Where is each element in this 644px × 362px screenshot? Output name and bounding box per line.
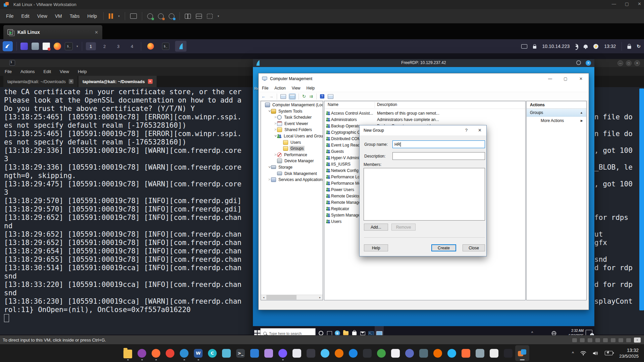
export-list-icon[interactable]: ⇉ xyxy=(309,94,313,99)
open-window-terminal-icon[interactable]: $_ xyxy=(160,41,171,52)
computer-management-taskbar-icon[interactable] xyxy=(375,326,384,335)
network-globe-icon[interactable] xyxy=(550,329,557,335)
menu-view[interactable]: View xyxy=(36,13,49,19)
cortana-icon[interactable] xyxy=(317,329,325,335)
scroll-left-icon[interactable]: ◂ xyxy=(261,295,266,300)
start-button[interactable] xyxy=(107,345,121,361)
display-settings-icon[interactable] xyxy=(521,44,527,49)
firefox-launcher-icon[interactable] xyxy=(54,43,61,50)
tree-item[interactable]: >Local Users and Groups xyxy=(274,133,323,139)
help-button[interactable]: Help xyxy=(364,244,388,251)
tree-item[interactable]: Device Manager xyxy=(274,158,315,164)
terminal-tab-2[interactable]: tapiwamla@kali: ~/Downloads ✕ xyxy=(78,76,157,87)
terminal-menu-actions[interactable]: Actions xyxy=(20,69,35,74)
vmware-workstation[interactable] xyxy=(515,345,529,361)
terminal-maximize-icon[interactable]: ▢ xyxy=(626,60,632,66)
members-listbox[interactable] xyxy=(364,168,485,221)
vpn-ip-address[interactable]: 10.10.14.223 xyxy=(542,44,570,49)
host-volume-icon[interactable] xyxy=(593,351,598,356)
file-manager-icon[interactable] xyxy=(32,43,39,50)
pinned-app-16[interactable] xyxy=(318,345,332,361)
description-input[interactable] xyxy=(392,152,485,160)
edge[interactable] xyxy=(177,345,191,361)
cm-menu-file[interactable]: File xyxy=(262,86,268,90)
terminal-menu-edit[interactable]: Edit xyxy=(44,69,51,74)
printer-icon[interactable] xyxy=(619,338,623,342)
tree-horizontal-scrollbar[interactable]: ◂ ▸ xyxy=(261,295,323,300)
logout-icon[interactable]: ↻ xyxy=(637,44,641,49)
terminal-minimize-icon[interactable]: — xyxy=(618,60,623,66)
suspend-vm-button[interactable] xyxy=(109,13,113,19)
freerdp-close-icon[interactable]: ✕ xyxy=(586,60,591,66)
fullscreen-icon[interactable] xyxy=(207,14,213,19)
fit-dropdown-icon[interactable]: ▾ xyxy=(218,14,219,18)
standard-view-icon[interactable] xyxy=(289,94,295,99)
pinned-app-29[interactable] xyxy=(501,345,515,361)
action-center-icon[interactable]: 1 xyxy=(586,330,592,335)
task-view-icon[interactable] xyxy=(326,329,333,335)
pinned-app-22[interactable] xyxy=(402,345,417,361)
menu-tabs[interactable]: Tabs xyxy=(68,13,81,19)
menu-file[interactable]: File xyxy=(5,13,15,19)
group-row[interactable]: AdministratorsAdministrators have comple… xyxy=(324,116,525,123)
file-explorer[interactable] xyxy=(121,345,135,361)
open-window-freerdp-icon[interactable] xyxy=(175,41,186,52)
tab-close-icon[interactable]: ✕ xyxy=(148,79,153,84)
vm-tab-kali-linux[interactable]: Kali Linux ✕ xyxy=(3,25,102,39)
rdp-search-box[interactable]: Type here to search xyxy=(260,328,316,335)
tab-close-icon[interactable]: ✕ xyxy=(95,30,98,35)
group-row[interactable]: Access Control Assist...Members of this … xyxy=(324,110,525,116)
back-icon[interactable]: ← xyxy=(261,94,266,99)
dialog-close-icon[interactable]: ✕ xyxy=(478,128,482,133)
help-icon[interactable]: ? xyxy=(320,94,324,99)
expand-chevron-icon[interactable]: > xyxy=(274,128,277,131)
workspace-4[interactable]: 4 xyxy=(127,42,137,50)
column-header-description[interactable]: Description xyxy=(377,102,397,107)
canva[interactable]: C xyxy=(205,345,219,361)
create-button[interactable]: Create xyxy=(431,244,456,251)
terminal-tab-1[interactable]: tapiwamla@kali: ~/Downloads ✕ xyxy=(3,76,77,87)
revert-snapshot-icon[interactable] xyxy=(158,13,164,19)
tree-item[interactable]: Disk Management xyxy=(274,171,318,176)
notifications-bell-icon[interactable] xyxy=(584,45,588,48)
vpn-lock-icon[interactable] xyxy=(533,46,536,49)
pinned-app-21[interactable] xyxy=(388,345,402,361)
submenu-arrow-icon[interactable]: ▶ xyxy=(581,119,583,122)
show-action-pane-icon[interactable] xyxy=(328,94,333,99)
freerdp-titlebar[interactable]: FreeRDP: 10.129.237.42 ✕ xyxy=(253,59,594,67)
terminal-menu-file[interactable]: File xyxy=(5,69,12,74)
store-icon[interactable] xyxy=(351,329,358,335)
cm-menu-action[interactable]: Action xyxy=(274,86,285,90)
menu-vm[interactable]: VM xyxy=(54,13,63,19)
vscode[interactable] xyxy=(248,345,262,361)
cd-icon[interactable] xyxy=(588,338,592,342)
firefox[interactable] xyxy=(149,345,163,361)
network-icon[interactable] xyxy=(595,338,600,342)
group-name-input[interactable]: HR xyxy=(392,140,485,148)
remove-button[interactable]: Remove xyxy=(391,224,416,231)
menu-edit[interactable]: Edit xyxy=(20,13,31,19)
terminal-menu-help[interactable]: Help xyxy=(78,69,87,74)
powershell-icon[interactable]: >_ xyxy=(367,329,375,335)
obsidian[interactable] xyxy=(276,345,290,361)
minimize-button[interactable]: — xyxy=(612,1,616,6)
workspace-3[interactable]: 3 xyxy=(113,42,123,50)
workspace-2[interactable]: 2 xyxy=(100,42,110,50)
word[interactable]: W xyxy=(191,345,205,361)
add-button[interactable]: Add... xyxy=(364,224,388,231)
tree-item[interactable]: >Performance xyxy=(274,152,308,158)
menu-help[interactable]: Help xyxy=(86,13,98,19)
cm-menu-view[interactable]: View xyxy=(292,86,301,90)
tree-item[interactable]: >System Tools xyxy=(268,108,303,114)
floppy-icon[interactable] xyxy=(572,338,577,342)
edge-icon[interactable]: e xyxy=(334,329,341,335)
pinned-app-26[interactable] xyxy=(459,345,473,361)
terminal-app[interactable]: >_ xyxy=(233,345,248,361)
cm-titlebar[interactable]: Computer Management — ▢ ✕ xyxy=(259,73,589,84)
power-manager-icon[interactable]: ⚡ xyxy=(593,44,598,49)
freerdp-restore-icon[interactable] xyxy=(576,60,581,65)
wifi-icon[interactable] xyxy=(580,351,586,356)
workspace-1[interactable]: 1 xyxy=(86,42,96,50)
pinned-app-28[interactable] xyxy=(487,345,501,361)
battery-icon[interactable] xyxy=(605,351,613,355)
